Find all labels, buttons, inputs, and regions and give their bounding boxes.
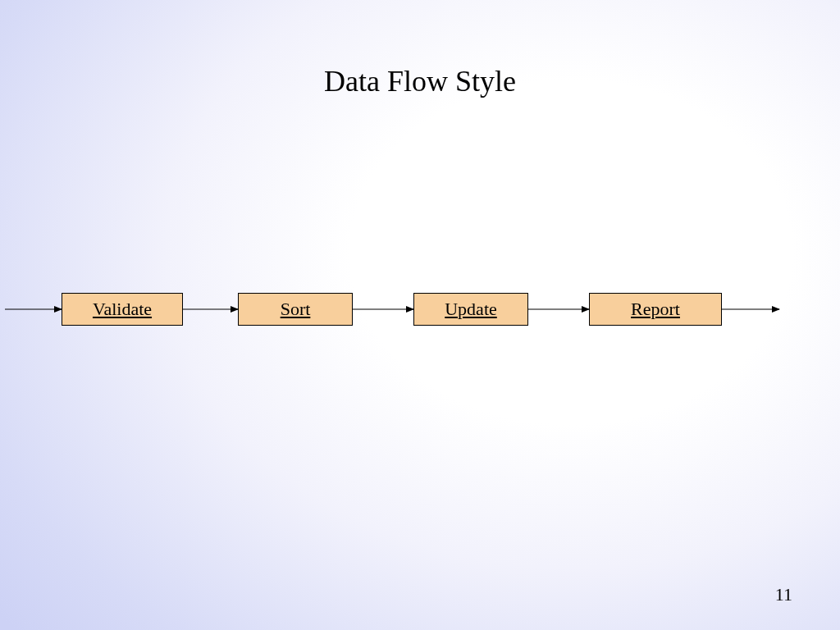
flow-box-update: Update <box>413 293 528 326</box>
flow-box-sort: Sort <box>238 293 353 326</box>
flow-diagram: ValidateSortUpdateReport <box>0 293 840 329</box>
slide-title: Data Flow Style <box>0 64 840 98</box>
page-number: 11 <box>775 584 792 605</box>
flow-box-validate: Validate <box>62 293 183 326</box>
slide: Data Flow Style ValidateSortUpdateReport… <box>0 0 840 630</box>
flow-box-report: Report <box>589 293 722 326</box>
